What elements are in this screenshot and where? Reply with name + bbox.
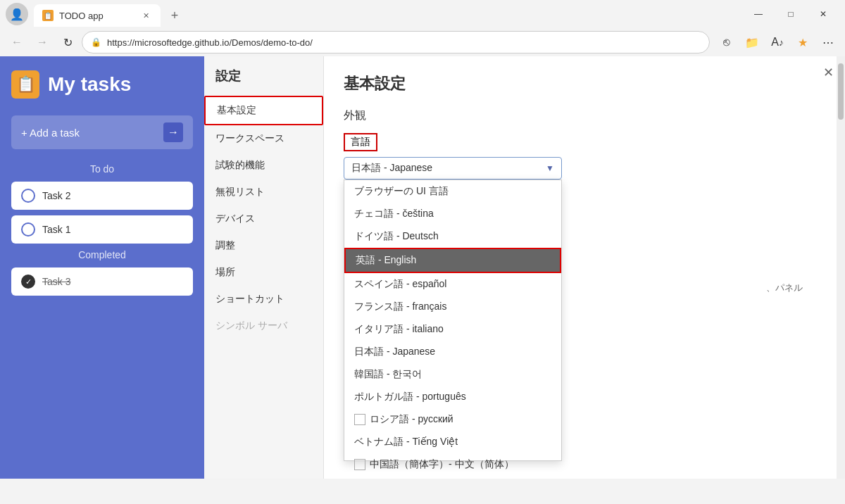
tab-bar: 📋 TODO app ✕ + xyxy=(28,1,742,27)
settings-main: ✕ 基本設定 外観 言語 日本語 - Japanese ▼ ブラウザーの UI … xyxy=(324,56,845,479)
language-label: 言語 xyxy=(344,133,377,151)
sidebar-item-label: 無視リスト xyxy=(215,186,265,199)
share-icon[interactable]: ⎋ xyxy=(715,31,738,53)
dropdown-selected-value[interactable]: 日本語 - Japanese ▼ xyxy=(344,157,562,179)
read-aloud-icon[interactable]: A♪ xyxy=(766,31,789,53)
zh-cn-checkbox[interactable] xyxy=(354,459,365,470)
sidebar-item-kihon[interactable]: 基本設定 xyxy=(204,96,323,125)
sidebar-item-label: 試験的機能 xyxy=(215,159,265,172)
lock-icon: 🔒 xyxy=(91,37,101,47)
task-label-done: Task 3 xyxy=(42,276,70,287)
dropdown-option-it[interactable]: イタリア語 - italiano xyxy=(344,318,561,341)
sidebar-item-label: デバイス xyxy=(215,213,255,225)
tab-title: TODO app xyxy=(59,11,134,21)
new-tab-button[interactable]: + xyxy=(163,4,186,27)
sidebar-item-shortcut[interactable]: ショートカット xyxy=(204,286,323,313)
settings-section-title: 基本設定 xyxy=(344,73,825,94)
todo-section-label: To do xyxy=(11,163,193,175)
dropdown-list: ブラウザーの UI 言語 チェコ語 - čeština ドイツ語 - Deuts… xyxy=(344,179,562,461)
dropdown-current-label: 日本語 - Japanese xyxy=(351,162,432,175)
todo-sidebar: 📋 My tasks + Add a task → To do Task 2 T… xyxy=(0,56,204,479)
add-task-bar[interactable]: + Add a task → xyxy=(11,115,193,149)
toolbar-icons: ⎋ 📁 A♪ ★ ⋯ xyxy=(715,31,839,53)
task-checkbox-done[interactable]: ✓ xyxy=(21,275,35,289)
task-checkbox[interactable] xyxy=(21,189,35,203)
panel-suffix-text: 、パネル xyxy=(766,282,803,294)
dropdown-arrow-icon: ▼ xyxy=(546,163,554,173)
dropdown-option-cs[interactable]: チェコ語 - čeština xyxy=(344,203,561,225)
task-label: Task 1 xyxy=(42,224,70,235)
back-button[interactable]: ← xyxy=(6,31,28,53)
todo-header: 📋 My tasks xyxy=(11,70,193,99)
settings-nav-title: 設定 xyxy=(204,68,323,96)
appearance-group-title: 外観 xyxy=(344,108,825,123)
task-checkbox[interactable] xyxy=(21,222,35,237)
dropdown-option-ko[interactable]: 韓国語 - 한국어 xyxy=(344,363,561,386)
maximize-button[interactable]: □ xyxy=(775,3,807,25)
sidebar-item-label: ワークスペース xyxy=(215,132,284,145)
tab-close-button[interactable]: ✕ xyxy=(139,9,152,22)
list-item[interactable]: Task 1 xyxy=(11,215,193,244)
sidebar-item-label: シンボル サーバ xyxy=(215,320,287,332)
list-item[interactable]: ✓ Task 3 xyxy=(11,267,193,296)
sidebar-item-workspace[interactable]: ワークスペース xyxy=(204,125,323,152)
dropdown-option-vi[interactable]: ベトナム語 - Tiếng Việt xyxy=(344,431,561,453)
more-icon[interactable]: ⋯ xyxy=(817,31,839,53)
active-tab[interactable]: 📋 TODO app ✕ xyxy=(34,4,161,27)
collections-icon[interactable]: 📁 xyxy=(741,31,763,53)
todo-title: My tasks xyxy=(48,73,131,96)
settings-close-button[interactable]: ✕ xyxy=(823,65,834,80)
sidebar-item-symbolserver: シンボル サーバ xyxy=(204,313,323,339)
dropdown-option-en[interactable]: 英語 - English xyxy=(344,248,561,273)
url-text: https://microsoftedge.github.io/Demos/de… xyxy=(107,37,701,48)
favorites-icon[interactable]: ★ xyxy=(791,31,814,53)
sidebar-item-label: 調整 xyxy=(215,239,235,252)
url-bar[interactable]: 🔒 https://microsoftedge.github.io/Demos/… xyxy=(82,31,710,53)
dropdown-option-de[interactable]: ドイツ語 - Deutsch xyxy=(344,225,561,248)
profile-icon[interactable]: 👤 xyxy=(6,3,28,25)
title-bar: 👤 📋 TODO app ✕ + — □ ✕ xyxy=(0,0,845,28)
app-content: 📋 My tasks + Add a task → To do Task 2 T… xyxy=(0,56,845,479)
sidebar-item-experimental[interactable]: 試験的機能 xyxy=(204,152,323,179)
window-controls: — □ ✕ xyxy=(742,3,839,25)
dropdown-option-pt[interactable]: ポルトガル語 - português xyxy=(344,386,561,408)
completed-section-label: Completed xyxy=(11,249,193,260)
sidebar-item-adjust[interactable]: 調整 xyxy=(204,232,323,259)
sidebar-item-label: ショートカット xyxy=(215,293,284,305)
dropdown-option-ru-row: ロシア語 - русский xyxy=(344,408,561,431)
dropdown-option-browser-ui[interactable]: ブラウザーの UI 言語 xyxy=(344,180,561,203)
dropdown-option-zh-cn-row: 中国語（簡体字）- 中文（简体） xyxy=(344,453,561,476)
tab-favicon: 📋 xyxy=(42,10,54,21)
dropdown-option-zh-cn[interactable]: 中国語（簡体字）- 中文（简体） xyxy=(370,453,524,476)
sidebar-item-ignorelist[interactable]: 無視リスト xyxy=(204,179,323,206)
close-button[interactable]: ✕ xyxy=(807,3,839,25)
add-task-text: + Add a task xyxy=(21,127,163,139)
add-task-arrow-icon: → xyxy=(163,122,183,142)
sidebar-item-location[interactable]: 場所 xyxy=(204,259,323,286)
language-dropdown[interactable]: 日本語 - Japanese ▼ ブラウザーの UI 言語 チェコ語 - češ… xyxy=(344,157,562,179)
address-bar: ← → ↻ 🔒 https://microsoftedge.github.io/… xyxy=(0,28,845,56)
minimize-button[interactable]: — xyxy=(742,3,775,25)
dropdown-option-ja[interactable]: 日本語 - Japanese xyxy=(344,341,561,363)
dropdown-option-es[interactable]: スペイン語 - español xyxy=(344,273,561,296)
scrollbar-thumb[interactable] xyxy=(838,63,844,120)
dropdown-option-ru[interactable]: ロシア語 - русский xyxy=(370,408,463,431)
todo-logo: 📋 xyxy=(11,70,39,99)
dropdown-option-fr[interactable]: フランス語 - français xyxy=(344,296,561,318)
task-label: Task 2 xyxy=(42,190,70,201)
dropdown-option-zh-tw[interactable]: 中国語（繁体字）- 中文（繁體） xyxy=(344,476,561,479)
list-item[interactable]: Task 2 xyxy=(11,182,193,210)
settings-nav: 設定 基本設定 ワークスペース 試験的機能 無視リスト デバイス 調整 場所 シ… xyxy=(204,56,324,479)
sidebar-item-device[interactable]: デバイス xyxy=(204,206,323,232)
ru-checkbox[interactable] xyxy=(354,414,365,425)
sidebar-item-label: 場所 xyxy=(215,266,235,279)
sidebar-item-label: 基本設定 xyxy=(217,104,256,117)
forward-button[interactable]: → xyxy=(31,31,54,53)
scrollbar[interactable] xyxy=(837,56,845,479)
refresh-button[interactable]: ↻ xyxy=(56,31,79,53)
